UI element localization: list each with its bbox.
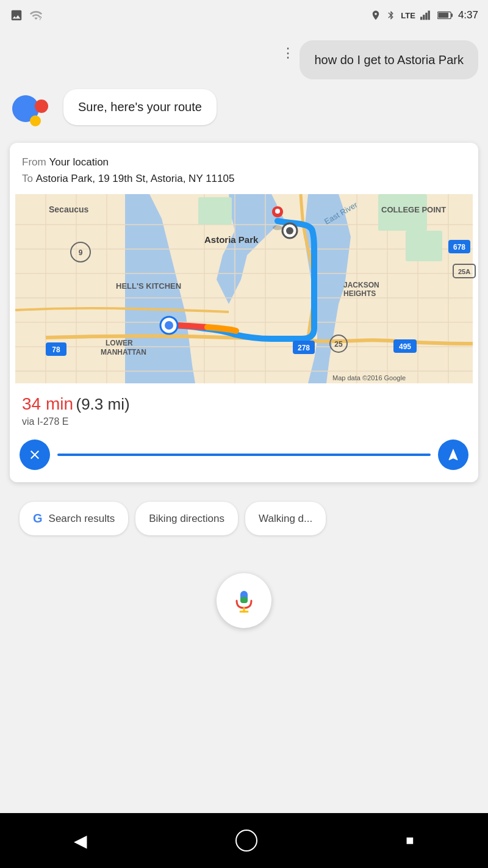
back-button[interactable]: ◀ [74,831,87,851]
svg-text:?: ? [39,16,42,21]
status-bar: ? LTE 4:37 [0,0,488,31]
assistant-bubble: Sure, here's your route [63,89,217,125]
route-header: From Your location To Astoria Park, 19 1… [10,143,478,194]
user-message-text: how do I get to Astoria Park [314,53,464,67]
bottom-nav-bar: ◀ ■ [0,813,488,868]
svg-point-37 [165,321,173,330]
home-button[interactable] [235,830,257,852]
svg-point-10 [30,115,41,126]
route-progress-track [57,454,431,456]
status-right-icons: LTE 4:37 [370,9,478,21]
image-icon [10,9,23,22]
bluetooth-icon [386,10,396,20]
search-results-label: Search results [49,513,115,525]
svg-text:COLLEGE POINT: COLLEGE POINT [381,205,446,214]
signal-icon [420,10,432,20]
svg-point-32 [273,225,282,230]
svg-text:9: 9 [79,248,83,257]
svg-text:25A: 25A [458,268,470,275]
status-time: 4:37 [458,9,478,21]
mic-button[interactable] [217,573,271,628]
mic-area [10,555,478,653]
svg-point-9 [35,99,48,113]
svg-rect-7 [438,13,448,18]
battery-icon [437,10,453,20]
search-results-chip[interactable]: G Search results [20,502,128,535]
recents-button[interactable]: ■ [406,833,414,848]
start-navigation-button[interactable] [438,439,468,470]
map-card[interactable]: From Your location To Astoria Park, 19 1… [10,143,478,482]
svg-text:Secaucus: Secaucus [49,204,89,214]
svg-point-35 [286,227,293,234]
user-bubble: how do I get to Astoria Park [300,40,478,79]
more-options-icon[interactable]: ⋮ [281,45,295,61]
location-status-icon [370,10,381,21]
svg-text:MANHATTAN: MANHATTAN [101,348,146,356]
svg-text:HELL'S KITCHEN: HELL'S KITCHEN [116,281,181,291]
assistant-row: Sure, here's your route [10,89,478,133]
svg-rect-2 [423,15,425,20]
svg-text:278: 278 [298,344,310,352]
walking-directions-chip[interactable]: Walking d... [245,502,326,535]
assistant-message-text: Sure, here's your route [78,100,202,114]
from-label: From [22,156,46,168]
route-via: via I-278 E [22,416,466,427]
nav-bar [10,433,478,482]
svg-text:25: 25 [334,340,343,349]
to-value: Astoria Park, 19 19th St, Astoria, NY 11… [36,173,235,184]
svg-point-33 [275,209,280,214]
google-g-icon: G [33,512,43,526]
close-route-button[interactable] [20,439,50,470]
svg-text:678: 678 [453,243,465,251]
svg-rect-29 [198,197,232,225]
svg-text:HEIGHTS: HEIGHTS [343,289,376,298]
route-distance: (9.3 mi) [76,395,130,413]
status-left-icons: ? [10,9,43,22]
lte-indicator: LTE [401,11,415,20]
svg-text:78: 78 [52,345,60,354]
svg-text:Astoria Park: Astoria Park [204,234,259,245]
assistant-logo [10,89,54,133]
svg-rect-3 [425,13,427,20]
to-label: To [22,173,33,184]
route-info: 34 min (9.3 mi) via I-278 E [10,383,478,433]
svg-rect-4 [428,11,429,20]
svg-text:Map data ©2016 Google: Map data ©2016 Google [332,374,406,382]
walking-directions-label: Walking d... [259,513,312,525]
chips-row: G Search results Biking directions Walki… [10,492,478,545]
biking-directions-chip[interactable]: Biking directions [135,502,238,535]
svg-text:LOWER: LOWER [106,339,133,347]
wifi-icon: ? [29,9,43,22]
from-value: Your location [49,156,109,168]
svg-rect-31 [406,231,442,261]
svg-rect-6 [451,13,453,17]
svg-text:495: 495 [399,342,411,351]
svg-rect-1 [420,17,422,20]
chat-area: ⋮ how do I get to Astoria Park Sure, her… [0,31,488,813]
biking-directions-label: Biking directions [149,513,224,525]
svg-rect-63 [240,597,248,603]
map-image[interactable]: 278 25 495 678 25A 9 78 Se [10,194,478,383]
svg-text:JACKSON: JACKSON [343,281,379,289]
route-time: 34 min [22,394,73,413]
user-message-container: ⋮ how do I get to Astoria Park [10,40,478,79]
